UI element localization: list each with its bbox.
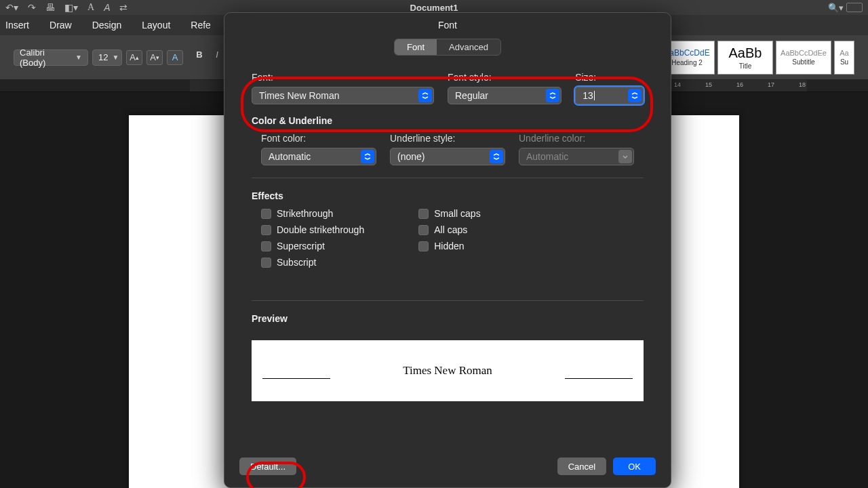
underline-color-label: Underline color: xyxy=(519,133,634,144)
tab-references[interactable]: Refe xyxy=(189,17,212,33)
preview-area: Times New Roman xyxy=(252,340,644,401)
styles-gallery[interactable]: AaBbCcDdEHeading 2 AaBbTitle AaBbCcDdEeS… xyxy=(659,41,854,75)
check-small-caps[interactable]: Small caps xyxy=(418,208,480,219)
color-underline-heading: Color & Underline xyxy=(252,115,644,126)
preview-text: Times New Roman xyxy=(403,364,492,378)
overflow-icon[interactable]: ⇄ xyxy=(119,2,127,13)
underline-color-combo: Automatic xyxy=(519,148,634,165)
style-more[interactable]: AaSu xyxy=(834,41,854,75)
font-size-value: 12 xyxy=(98,52,108,62)
chevron-down-icon xyxy=(490,150,503,163)
font-name-combo[interactable]: Calibri (Body)▼ xyxy=(14,49,88,66)
clear-formatting-button[interactable]: A xyxy=(167,50,183,65)
underline-style-label: Underline style: xyxy=(390,133,505,144)
chevron-down-icon xyxy=(361,150,374,163)
size-value: 13 xyxy=(583,90,593,101)
font-combo[interactable]: Times New Roman xyxy=(252,87,434,104)
font-style-combo[interactable]: Regular xyxy=(448,87,561,104)
font-size-combo[interactable]: 12▼ xyxy=(92,49,122,66)
effects-heading: Effects xyxy=(252,190,644,201)
check-strikethrough[interactable]: Strikethrough xyxy=(261,208,364,219)
chevron-down-icon xyxy=(628,89,642,102)
undo-icon[interactable]: ↶▾ xyxy=(5,2,18,13)
underline-color-value: Automatic xyxy=(526,151,568,162)
print-icon[interactable]: 🖶 xyxy=(45,2,55,13)
text-a-icon[interactable]: A xyxy=(87,2,94,13)
tab-layout[interactable]: Layout xyxy=(140,17,172,33)
underline-style-value: (none) xyxy=(397,151,425,162)
font-style-label: Font style: xyxy=(448,72,561,83)
cancel-button[interactable]: Cancel xyxy=(557,458,606,475)
check-subscript[interactable]: Subscript xyxy=(261,257,364,268)
tab-font[interactable]: Font xyxy=(395,39,437,55)
underline-style-combo[interactable]: (none) xyxy=(390,148,505,165)
size-label: Size: xyxy=(575,72,644,83)
chevron-down-icon xyxy=(618,150,632,163)
size-combo[interactable]: 13 xyxy=(575,87,644,104)
chevron-down-icon: ▼ xyxy=(112,54,119,61)
font-color-combo[interactable]: Automatic xyxy=(261,148,376,165)
chevron-down-icon xyxy=(418,89,432,102)
font-color-label: Font color: xyxy=(261,133,376,144)
font-style-value: Regular xyxy=(455,90,488,101)
style-subtitle[interactable]: AaBbCcDdEeSubtitle xyxy=(776,41,831,75)
shrink-font-button[interactable]: A▾ xyxy=(146,50,163,65)
grow-font-button[interactable]: A▴ xyxy=(126,50,142,65)
tab-advanced[interactable]: Advanced xyxy=(437,39,500,55)
document-title: Document1 xyxy=(410,3,458,13)
text-cursor xyxy=(594,91,595,100)
font-dialog: Font Font Advanced Font: Times New Roman… xyxy=(224,12,671,488)
chevron-down-icon xyxy=(546,89,559,102)
italic-button[interactable]: I xyxy=(209,47,225,62)
default-button[interactable]: Default... xyxy=(239,458,296,475)
chevron-down-icon: ▼ xyxy=(75,54,82,61)
bold-button[interactable]: B xyxy=(191,47,208,62)
font-name-value: Calibri (Body) xyxy=(20,47,71,68)
font-value: Times New Roman xyxy=(259,90,340,101)
tab-draw[interactable]: Draw xyxy=(48,17,73,33)
tab-design[interactable]: Design xyxy=(91,17,123,33)
preview-heading: Preview xyxy=(252,313,644,324)
toggle-icon[interactable]: ◧▾ xyxy=(64,2,78,13)
redo-icon[interactable]: ↷ xyxy=(28,2,36,13)
dialog-tabs: Font Advanced xyxy=(394,39,501,56)
search-icon[interactable]: 🔍▾ xyxy=(828,3,844,13)
dialog-title: Font xyxy=(224,13,671,35)
text-case-icon[interactable]: A xyxy=(104,2,110,13)
check-double-strikethrough[interactable]: Double strikethrough xyxy=(261,224,364,235)
tab-insert[interactable]: Insert xyxy=(4,17,31,33)
font-color-value: Automatic xyxy=(269,151,311,162)
check-superscript[interactable]: Superscript xyxy=(261,241,364,251)
font-label: Font: xyxy=(252,72,434,83)
search-input[interactable] xyxy=(846,3,863,12)
check-hidden[interactable]: Hidden xyxy=(418,241,480,251)
style-title[interactable]: AaBbTitle xyxy=(717,41,773,75)
ok-button[interactable]: OK xyxy=(613,458,656,475)
quick-access-toolbar: ↶▾ ↷ 🖶 ◧▾ A A ⇄ xyxy=(5,2,127,13)
check-all-caps[interactable]: All caps xyxy=(418,224,480,235)
